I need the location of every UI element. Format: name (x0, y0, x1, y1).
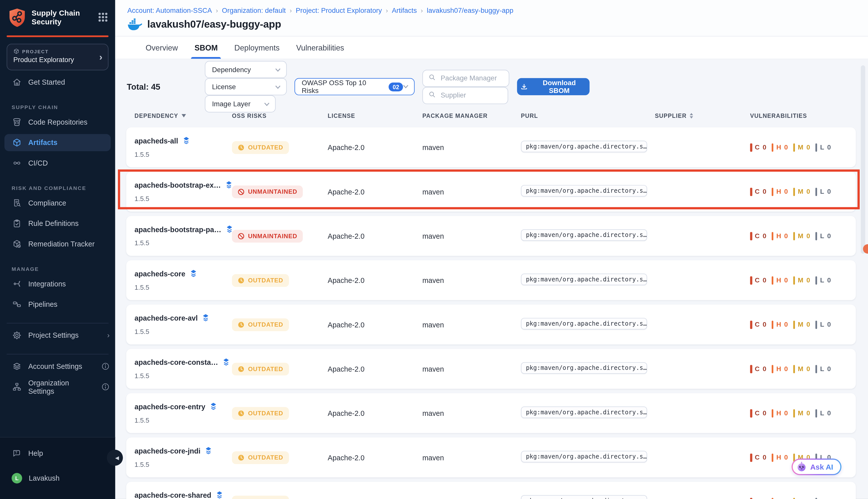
table-row[interactable]: apacheds-core-shared1.5.5OUTDATEDApache-… (126, 482, 856, 499)
sidebar-item-pipelines[interactable]: Pipelines (0, 296, 115, 313)
dependency-cell: apacheds-core-avl1.5.5 (135, 305, 232, 344)
purl-chip[interactable]: pkg:maven/org.apache.directory.s… (521, 273, 647, 285)
filter-select-dependency[interactable]: Dependency (205, 61, 287, 78)
layers-icon (202, 314, 210, 322)
table-row[interactable]: apacheds-core-entry1.5.5OUTDATEDApache-2… (126, 393, 856, 433)
table-row[interactable]: apacheds-core-consta…1.5.5OUTDATEDApache… (126, 349, 856, 389)
tab-sbom[interactable]: SBOM (194, 36, 219, 59)
table-row[interactable]: apacheds-all1.5.5OUTDATEDApache-2.0maven… (126, 127, 856, 167)
filter-select-license[interactable]: License (205, 78, 287, 95)
chevron-right-icon: › (99, 52, 102, 63)
layers-icon (215, 491, 224, 499)
sidebar-item-get-started[interactable]: Get Started (0, 74, 115, 91)
purl-chip[interactable]: pkg:maven/org.apache.directory.s… (521, 141, 647, 152)
sidebar-item-account-settings[interactable]: Account Settings (0, 358, 115, 375)
breadcrumb-link[interactable]: Artifacts (392, 7, 417, 14)
sort-desc-icon[interactable] (182, 114, 186, 117)
vulnerabilities-cell: C0H0M0L0 (750, 232, 856, 240)
search-package-manager-input[interactable] (439, 74, 503, 82)
search-icon (429, 73, 436, 83)
scrollbar-thumb[interactable] (861, 65, 865, 254)
owasp-risks-filter[interactable]: OWASP OSS Top 10 Risks 02 (295, 78, 415, 95)
sidebar-item-label: Remediation Tracker (28, 240, 95, 248)
tab-overview[interactable]: Overview (145, 36, 179, 59)
package-manager-cell: maven (422, 365, 521, 373)
purl-cell: pkg:maven/org.apache.directory.s… (521, 229, 655, 243)
severity-count: 0 (806, 320, 810, 328)
oss-risk-badge: OUTDATED (232, 274, 289, 287)
severity-bar (815, 365, 817, 373)
table-row[interactable]: apacheds-bootstrap-pa…1.5.5UNMAINTAINEDA… (126, 216, 856, 256)
chevron-down-icon (275, 65, 281, 73)
sidebar-item-label: Rule Definitions (28, 219, 78, 228)
severity-letter: H (776, 453, 781, 461)
purl-chip[interactable]: pkg:maven/org.apache.directory.s… (521, 451, 647, 462)
purl-chip[interactable]: pkg:maven/org.apache.directory.s… (521, 406, 647, 418)
oss-risk-badge: OUTDATED (232, 141, 289, 154)
severity-count: 0 (827, 320, 831, 328)
sidebar-item-artifacts[interactable]: Artifacts (4, 134, 111, 151)
sidebar-item-code-repositories[interactable]: Code Repositories (0, 113, 115, 131)
sidebar-item-rule-definitions[interactable]: Rule Definitions (0, 215, 115, 232)
clock-icon (238, 144, 245, 151)
tab-deployments[interactable]: Deployments (233, 36, 281, 59)
severity-letter: M (798, 232, 804, 240)
purl-chip[interactable]: pkg:maven/org.apache.directory.s… (521, 185, 647, 196)
purl-chip[interactable]: pkg:maven/org.apache.directory.s… (521, 229, 647, 241)
breadcrumb-link[interactable]: lavakush07/easy-buggy-app (427, 7, 513, 14)
severity-letter: L (820, 365, 824, 373)
vuln-count-c: C0 (750, 453, 767, 462)
vuln-count-c: C0 (750, 365, 767, 373)
sidebar-collapse-button[interactable]: ◀ (107, 450, 123, 466)
sidebar-item-organization-settings[interactable]: Organization Settings (0, 378, 115, 395)
sidebar-item-ci-cd[interactable]: CI/CD (0, 155, 115, 172)
severity-bar (815, 187, 817, 196)
table-row[interactable]: apacheds-core-jndi1.5.5OUTDATEDApache-2.… (126, 437, 856, 477)
vuln-count-l: L0 (815, 320, 831, 329)
dependency-version: 1.5.5 (135, 151, 232, 159)
dependency-name: apacheds-core-jndi (135, 447, 201, 455)
breadcrumb-link[interactable]: Account: Automation-SSCA (127, 7, 212, 14)
vuln-count-c: C0 (750, 276, 767, 284)
sort-icon[interactable] (690, 113, 693, 118)
vulnerabilities-cell: C0H0M0L0 (750, 143, 856, 151)
cube-icon (13, 48, 19, 54)
table-row[interactable]: apacheds-core1.5.5OUTDATEDApache-2.0mave… (126, 260, 856, 300)
column-header-supplier[interactable]: SUPPLIER (655, 112, 750, 119)
oss-risk-cell: UNMAINTAINED (232, 230, 328, 242)
breadcrumb: Account: Automation-SSCA›Organization: d… (127, 7, 868, 14)
sidebar-item-compliance[interactable]: Compliance (0, 194, 115, 211)
breadcrumb-link[interactable]: Project: Product Exploratory (296, 7, 382, 14)
purl-chip[interactable]: pkg:maven/org.apache.directory.s… (521, 495, 647, 499)
sidebar-item-remediation-tracker[interactable]: Remediation Tracker (0, 235, 115, 253)
project-selector[interactable]: PROJECT Product Exploratory › (7, 44, 109, 70)
severity-bar (771, 365, 773, 373)
app-switcher-icon[interactable] (98, 13, 109, 23)
vuln-count-c: C0 (750, 232, 767, 240)
filter-select-value: License (212, 83, 236, 91)
purl-chip[interactable]: pkg:maven/org.apache.directory.s… (521, 318, 647, 329)
table-row[interactable]: apacheds-bootstrap-ex…1.5.5UNMAINTAINEDA… (126, 172, 856, 211)
severity-letter: L (820, 276, 824, 284)
sidebar-item-help[interactable]: ? Help (0, 445, 115, 462)
severity-bar (750, 409, 752, 417)
highlighted-row-wrapper: apacheds-bootstrap-ex…1.5.5UNMAINTAINEDA… (126, 172, 856, 211)
column-header-dependency[interactable]: DEPENDENCY (135, 112, 232, 119)
purl-chip[interactable]: pkg:maven/org.apache.directory.s… (521, 362, 647, 373)
project-name: Product Exploratory (13, 56, 102, 64)
oss-risk-label: OUTDATED (248, 321, 283, 328)
download-sbom-button[interactable]: Download SBOM (517, 78, 590, 95)
purl-cell: pkg:maven/org.apache.directory.s… (521, 273, 655, 287)
search-supplier-input[interactable] (439, 91, 502, 99)
sidebar-item-integrations[interactable]: Integrations (0, 275, 115, 292)
vulnerabilities-cell: C0H0M0L0 (750, 498, 856, 499)
user-name: Lavakush (29, 474, 60, 483)
clock-icon (238, 410, 245, 417)
severity-count: 0 (784, 232, 788, 240)
sidebar-item-user[interactable]: L Lavakush (0, 470, 115, 487)
breadcrumb-link[interactable]: Organization: default (222, 7, 286, 14)
table-row[interactable]: apacheds-core-avl1.5.5OUTDATEDApache-2.0… (126, 305, 856, 344)
ask-ai-button[interactable]: Ask AI (792, 459, 841, 475)
tab-vulnerabilities[interactable]: Vulnerabilities (295, 36, 345, 59)
sidebar-item-project-settings[interactable]: Project Settings› (0, 327, 115, 344)
